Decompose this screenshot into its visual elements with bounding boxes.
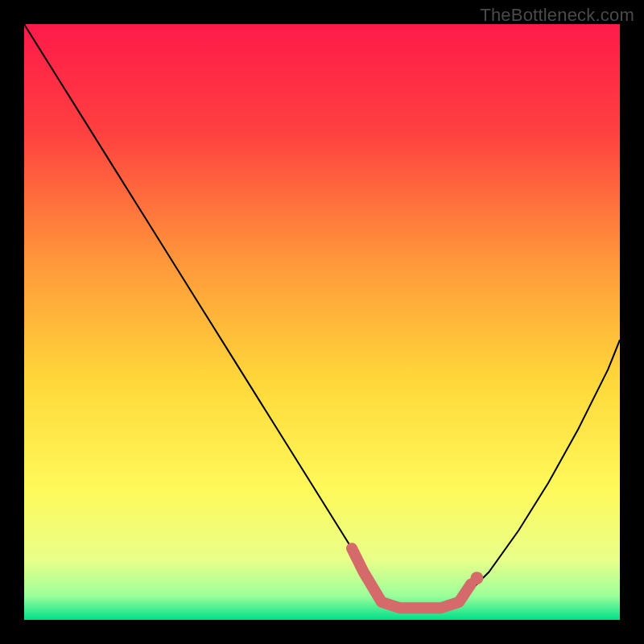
chart-svg xyxy=(24,24,620,620)
chart-frame: TheBottleneck.com xyxy=(0,0,644,644)
plot-area xyxy=(24,24,620,620)
heat-background xyxy=(24,24,620,620)
optimal-point-marker xyxy=(470,572,483,584)
watermark-text: TheBottleneck.com xyxy=(480,5,634,26)
